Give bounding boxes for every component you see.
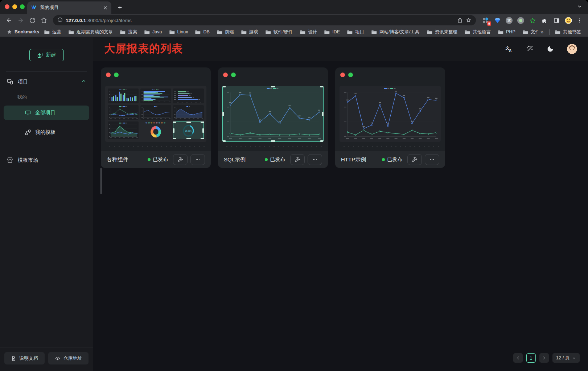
page-size-select[interactable]: 12 / 页 (552, 353, 580, 363)
chevron-up-icon[interactable] (81, 79, 86, 85)
status-badge: 已发布 (148, 156, 168, 163)
bookmark-folder[interactable]: Java (142, 28, 164, 36)
url-text[interactable]: 127.0.0.1:3000/#/project/items (66, 18, 454, 23)
selection-handle[interactable] (322, 112, 324, 116)
prev-page-button[interactable] (513, 353, 523, 363)
bookmark-folder[interactable]: Linux (167, 28, 191, 36)
edit-project-button[interactable] (290, 154, 305, 165)
project-thumbnail[interactable] (340, 86, 441, 142)
profile-avatar-icon[interactable] (565, 17, 572, 24)
bookmark-folder[interactable]: 软件/硬件 (263, 28, 295, 36)
selection-handle[interactable] (271, 86, 275, 87)
minimize-window-button[interactable] (12, 4, 17, 9)
project-card: SQL示例 已发布 (218, 67, 328, 168)
back-button[interactable] (4, 15, 15, 26)
dot-extension-icon[interactable] (517, 17, 524, 24)
dark-mode-moon-icon[interactable] (547, 45, 554, 53)
user-avatar[interactable] (567, 44, 577, 54)
edit-project-button[interactable] (407, 154, 422, 165)
bookmark-folder[interactable]: 前端 (214, 28, 237, 36)
card-window-dots (340, 73, 441, 77)
browser-tab[interactable]: 我的项目 (27, 1, 111, 14)
bookmark-folder[interactable]: 其他语言 (462, 28, 493, 36)
selection-handle[interactable] (202, 128, 204, 133)
bookmark-folder[interactable]: IDE (322, 28, 342, 36)
edit-project-button[interactable] (173, 154, 188, 165)
site-info-icon[interactable] (57, 17, 63, 24)
next-page-button[interactable] (539, 353, 549, 363)
language-icon[interactable]: 文A (505, 45, 513, 53)
tab-search-chevron-icon[interactable] (577, 4, 582, 9)
star-extension-icon[interactable] (529, 17, 536, 24)
selection-handle[interactable] (222, 112, 224, 116)
scrollbar-thumb[interactable] (100, 168, 102, 194)
extensions-puzzle-icon[interactable] (541, 17, 548, 24)
bookmark-folder[interactable]: DB (193, 28, 212, 36)
more-options-button[interactable] (190, 154, 205, 165)
folder-icon (44, 30, 50, 34)
other-bookmarks[interactable]: 其他书签 (552, 28, 584, 36)
folder-icon (523, 30, 528, 34)
pagination: 1 12 / 页 (513, 353, 580, 363)
more-options-button[interactable] (308, 154, 322, 165)
selection-handle[interactable] (201, 138, 204, 139)
folder-icon (465, 30, 470, 34)
ellipsis-icon (429, 157, 435, 162)
new-tab-button[interactable] (114, 2, 125, 13)
repo-button[interactable]: 仓库地址 (48, 352, 89, 364)
selection-handle[interactable] (222, 86, 226, 87)
sidebar-divider (6, 150, 87, 150)
bookmark-star-icon[interactable] (466, 17, 472, 23)
selection-handle[interactable] (186, 138, 191, 139)
bookmarks-overflow-chevron[interactable]: » (538, 29, 546, 35)
sidebar-item-label: 我的模板 (35, 129, 55, 136)
reload-button[interactable] (27, 15, 38, 26)
sidebar-item-my-templates[interactable]: 我的模板 (4, 125, 89, 140)
forward-button[interactable] (15, 15, 26, 26)
new-project-button[interactable]: 新建 (29, 49, 64, 61)
bookmark-folder[interactable]: 游戏 (239, 28, 261, 36)
close-window-button[interactable] (5, 4, 9, 9)
bookmark-folder[interactable]: 资讯未整理 (424, 28, 460, 36)
gem-extension-icon[interactable] (494, 17, 501, 24)
selection-handle[interactable] (173, 121, 176, 123)
page-size-label: 12 / 页 (556, 355, 570, 361)
fullscreen-window-button[interactable] (20, 4, 25, 9)
sidebar-item-template-market[interactable]: 模板市场 (7, 157, 86, 164)
selection-handle[interactable] (201, 121, 204, 123)
selection-handle[interactable] (320, 140, 324, 142)
folder-icon (371, 30, 377, 34)
project-thumbnail[interactable]: 25.00% (105, 86, 206, 142)
sidebar-section-project[interactable]: 项目 (7, 78, 86, 85)
bookmarks-root[interactable]: Bookmarks (4, 28, 42, 36)
selection-handle[interactable] (222, 140, 226, 142)
home-button[interactable] (38, 15, 49, 26)
address-bar[interactable]: 127.0.0.1:3000/#/project/items (53, 15, 476, 25)
selection-handle[interactable] (320, 86, 324, 87)
project-thumbnail[interactable] (222, 86, 324, 142)
bookmark-folder[interactable]: 项目 (345, 28, 367, 36)
selection-handle[interactable] (271, 140, 275, 142)
tab-close-icon[interactable] (103, 5, 108, 10)
bookmark-folder[interactable]: PHP (496, 28, 518, 36)
selection-handle[interactable] (186, 121, 191, 123)
magic-wand-icon[interactable] (526, 45, 534, 53)
bookmark-folder[interactable]: 网站/博客/文章/工具 (369, 28, 422, 36)
bookmark-folder[interactable]: 运营 (42, 28, 64, 36)
bookmark-folder[interactable]: 搜索 (118, 28, 140, 36)
bookmark-folder[interactable]: 文件服务器 (520, 28, 538, 36)
more-options-button[interactable] (425, 154, 439, 165)
share-icon[interactable] (457, 17, 463, 23)
selection-handle[interactable] (173, 128, 174, 133)
bookmark-folder[interactable]: 近期需要读的文章 (66, 28, 115, 36)
docs-button[interactable]: 说明文档 (4, 352, 45, 364)
grid-extension-icon[interactable]: 9 (482, 17, 489, 24)
selection-handle[interactable] (173, 138, 176, 139)
sidebar-item-all-projects[interactable]: 全部项目 (4, 106, 89, 120)
tab-title: 我的项目 (40, 4, 100, 11)
bookmark-folder[interactable]: 设计 (297, 28, 320, 36)
command-extension-icon[interactable]: ⌘ (506, 17, 513, 24)
side-panel-icon[interactable] (553, 17, 560, 24)
current-page-button[interactable]: 1 (526, 353, 536, 363)
chrome-menu-icon[interactable] (577, 18, 582, 23)
